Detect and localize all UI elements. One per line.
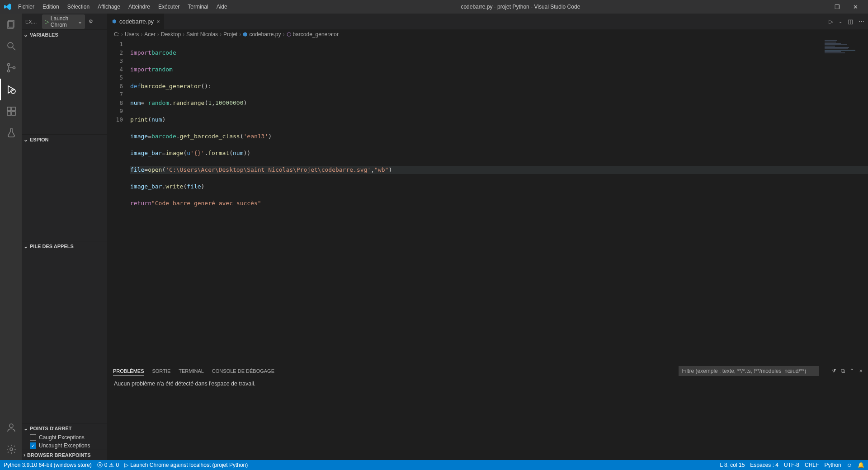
account-icon[interactable] — [0, 417, 22, 438]
close-icon[interactable]: ✕ — [846, 0, 864, 14]
chevron-down-icon: ⌄ — [24, 243, 28, 249]
section-browser-bp[interactable]: ›BROWSER BREAKPOINTS — [22, 450, 107, 460]
menu-fichier[interactable]: Fichier — [14, 2, 38, 12]
minimize-icon[interactable]: − — [810, 0, 828, 14]
panel-tab-console[interactable]: CONSOLE DE DÉBOGAGE — [212, 367, 274, 376]
search-icon[interactable] — [0, 35, 22, 57]
menu-executer[interactable]: Exécuter — [155, 2, 183, 12]
menu-atteindre[interactable]: Atteindre — [125, 2, 154, 12]
section-breakpoints[interactable]: ⌄POINTS D'ARRÊT — [22, 423, 107, 433]
explorer-icon[interactable] — [0, 14, 22, 35]
breakpoint-label: Caught Exceptions — [39, 434, 85, 441]
status-python[interactable]: Python 3.9.10 64-bit (windows store) — [4, 462, 92, 468]
chevron-down-icon: ⌄ — [78, 19, 82, 25]
code-content[interactable]: import barcode import random def barcode… — [130, 39, 868, 364]
svg-rect-11 — [7, 112, 11, 115]
panel-tab-terminal[interactable]: TERMINAL — [179, 367, 204, 376]
breadcrumb-item[interactable]: Projet — [223, 31, 237, 38]
code-editor[interactable]: 12345678910 import barcode import random… — [108, 39, 868, 364]
close-tab-icon[interactable]: × — [156, 18, 160, 25]
titlebar: Fichier Edition Sélection Affichage Atte… — [0, 0, 868, 14]
testing-icon[interactable] — [0, 122, 22, 144]
breadcrumb-item[interactable]: Acer — [144, 31, 156, 38]
section-variables[interactable]: ⌄VARIABLES — [22, 30, 107, 40]
vscode-logo-icon — [4, 3, 12, 11]
breakpoint-caught[interactable]: Caught Exceptions — [22, 433, 107, 442]
section-label: PILE DES APPELS — [30, 244, 74, 249]
python-file-icon: ⬢ — [243, 31, 247, 38]
window-title: codebarre.py - projet Python - Visual St… — [231, 4, 810, 10]
gear-icon[interactable]: ⚙ — [88, 18, 94, 25]
editor-area: ⬢ codebarre.py × ▷ ⌄ ◫ ⋯ C:› Users› Acer… — [108, 14, 868, 460]
run-debug-icon[interactable] — [0, 79, 22, 100]
svg-rect-12 — [12, 112, 15, 115]
svg-point-13 — [9, 424, 13, 428]
more-icon[interactable]: ⋯ — [97, 18, 104, 25]
svg-point-6 — [13, 67, 15, 69]
menu-selection[interactable]: Sélection — [64, 2, 93, 12]
collapse-icon[interactable]: ⧉ — [841, 367, 845, 375]
function-icon: ⬡ — [287, 31, 291, 38]
menu-affichage[interactable]: Affichage — [94, 2, 124, 12]
section-label: ESPION — [30, 137, 49, 142]
breadcrumb-item[interactable]: Users — [125, 31, 139, 38]
more-icon[interactable]: ⋯ — [859, 18, 864, 25]
filter-icon[interactable]: ⧩ — [831, 367, 836, 375]
svg-rect-10 — [12, 107, 15, 111]
source-control-icon[interactable] — [0, 57, 22, 79]
breadcrumb-item[interactable]: ⬢ codebarre.py — [243, 31, 281, 38]
filter-input[interactable]: Filtre (exemple : texte, **/*.ts, !**/mo… — [679, 366, 819, 376]
section-pile[interactable]: ⌄PILE DES APPELS — [22, 241, 107, 251]
maximize-panel-icon[interactable]: ⌃ — [849, 367, 854, 375]
section-label: BROWSER BREAKPOINTS — [27, 452, 91, 458]
launch-config-label: Launch Chrom — [51, 15, 76, 28]
breadcrumb-item[interactable]: C: — [114, 31, 119, 38]
menu-aide[interactable]: Aide — [213, 2, 231, 12]
status-eol[interactable]: CRLF — [805, 462, 819, 468]
error-icon: ⓧ — [97, 461, 103, 469]
menu-edition[interactable]: Edition — [39, 2, 63, 12]
breadcrumb-item[interactable]: Saint Nicolas — [186, 31, 218, 38]
warning-icon: ⚠ — [109, 462, 114, 468]
section-espion[interactable]: ⌄ESPION — [22, 135, 107, 145]
tabs-row: ⬢ codebarre.py × ▷ ⌄ ◫ ⋯ — [108, 14, 868, 29]
maximize-icon[interactable]: ❐ — [828, 0, 846, 14]
status-launch[interactable]: ▷Launch Chrome against localhost (projet… — [124, 462, 248, 468]
breadcrumb-item[interactable]: Desktop — [161, 31, 181, 38]
window-controls: − ❐ ✕ — [810, 0, 864, 14]
debug-sidebar: EXÉC... ▷ Launch Chrom ⌄ ⚙ ⋯ ⌄VARIABLES … — [22, 14, 108, 460]
chevron-down-icon: ⌄ — [24, 425, 28, 432]
menu-bar: Fichier Edition Sélection Affichage Atte… — [14, 2, 231, 12]
panel-tabs: PROBLÈMES SORTIE TERMINAL CONSOLE DE DÉB… — [108, 364, 868, 378]
editor-tab[interactable]: ⬢ codebarre.py × — [108, 14, 164, 29]
sidebar-title: EXÉC... — [25, 19, 39, 24]
checkbox-checked-icon[interactable]: ✓ — [30, 442, 36, 449]
line-gutter: 12345678910 — [108, 39, 130, 364]
breadcrumb-item[interactable]: ⬡ barcode_generator — [287, 31, 339, 38]
sidebar-header: EXÉC... ▷ Launch Chrom ⌄ ⚙ ⋯ — [22, 14, 107, 29]
svg-rect-9 — [7, 107, 11, 111]
launch-config-dropdown[interactable]: ▷ Launch Chrom ⌄ — [42, 14, 85, 29]
status-cursor[interactable]: L 8, col 15 — [720, 462, 745, 468]
status-encoding[interactable]: UTF-8 — [784, 462, 799, 468]
panel-tab-sortie[interactable]: SORTIE — [152, 367, 170, 376]
svg-point-14 — [10, 448, 13, 451]
svg-point-4 — [8, 64, 10, 66]
settings-gear-icon[interactable] — [0, 438, 22, 460]
status-spaces[interactable]: Espaces : 4 — [750, 462, 778, 468]
close-panel-icon[interactable]: × — [859, 367, 863, 375]
split-editor-icon[interactable]: ◫ — [848, 18, 853, 25]
panel-tab-problemes[interactable]: PROBLÈMES — [113, 367, 144, 376]
feedback-icon[interactable]: ☺ — [847, 462, 852, 468]
chevron-down-icon: ⌄ — [24, 32, 28, 38]
status-problems[interactable]: ⓧ0 ⚠0 — [97, 461, 119, 469]
checkbox-icon[interactable] — [30, 434, 36, 441]
extensions-icon[interactable] — [0, 100, 22, 122]
chevron-down-icon: ⌄ — [24, 136, 28, 143]
notifications-icon[interactable]: 🔔 — [858, 462, 864, 468]
breakpoint-uncaught[interactable]: ✓ Uncaught Exceptions — [22, 442, 107, 450]
run-file-icon[interactable]: ▷ — [829, 18, 833, 25]
chevron-down-icon[interactable]: ⌄ — [839, 19, 842, 24]
status-language[interactable]: Python — [824, 462, 841, 468]
menu-terminal[interactable]: Terminal — [184, 2, 212, 12]
